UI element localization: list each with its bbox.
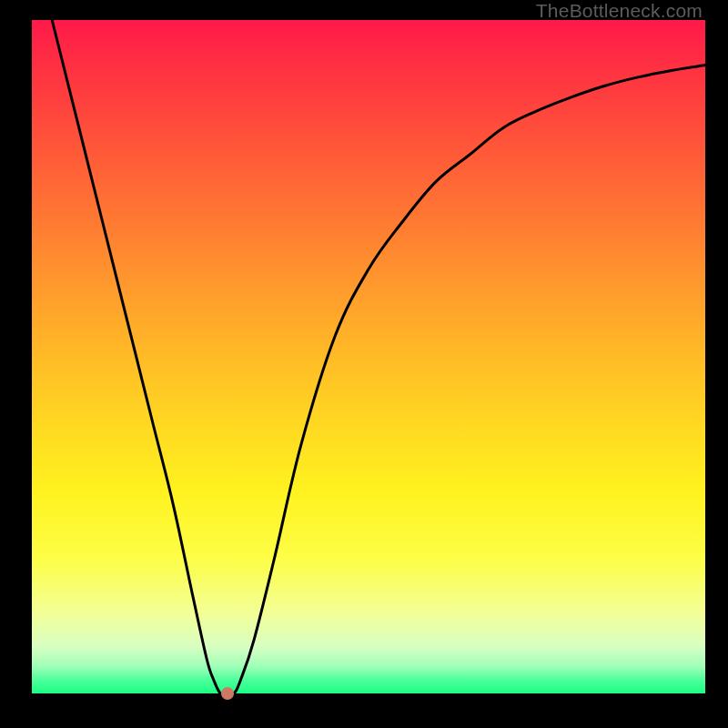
optimal-point-marker xyxy=(221,687,234,700)
watermark-label: TheBottleneck.com xyxy=(536,0,703,22)
chart-frame: TheBottleneck.com xyxy=(0,0,728,728)
bottleneck-curve xyxy=(32,20,705,693)
plot-area xyxy=(32,20,705,693)
